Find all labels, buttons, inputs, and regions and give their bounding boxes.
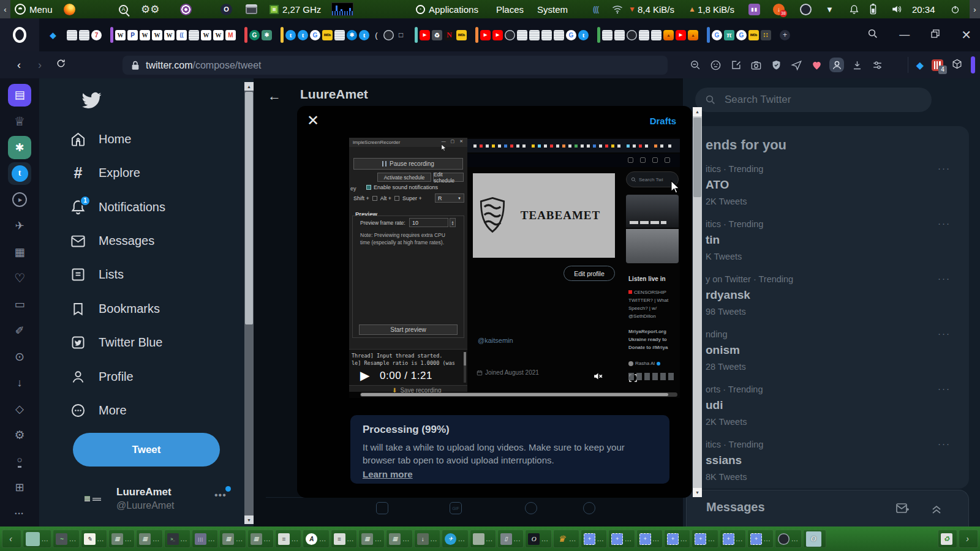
profile-icon[interactable] [829,58,844,72]
tab-favicon[interactable] [213,30,224,40]
tab-favicon[interactable] [60,30,65,40]
tab-favicon[interactable] [67,30,77,40]
tab-favicon[interactable] [627,30,637,40]
tab-favicon[interactable] [164,30,175,40]
trend-item[interactable]: orts · Trending udi 2K Tweets [686,378,969,433]
opera-sidebar-item[interactable] [8,345,31,369]
menu-places[interactable]: Places [496,0,524,18]
taskbar-window-button[interactable]: ... [720,530,746,548]
zoom-icon[interactable] [688,58,703,72]
menu-system[interactable]: System [537,0,568,18]
tab-favicon[interactable] [663,30,674,40]
trend-more-icon[interactable] [938,273,951,283]
tab-favicon[interactable] [298,30,308,40]
trend-item[interactable]: nding onism 28 Tweets [686,323,969,378]
battery-indicator[interactable] [870,0,876,18]
drafts-link[interactable]: Drafts [650,116,676,126]
reload-button[interactable] [50,58,71,72]
tab-favicon[interactable] [590,30,595,40]
new-message-icon[interactable] [895,501,910,518]
close-button[interactable]: ✕ [961,28,971,42]
firefox-launcher[interactable] [64,0,75,18]
tab-favicon[interactable] [383,30,394,40]
panel-collapse-left[interactable]: ‹ [0,0,10,18]
taskbar-window-button[interactable]: ... [108,530,135,548]
library-extension-icon[interactable]: 4 [932,59,943,71]
tab-favicon[interactable] [79,30,89,40]
poll-icon[interactable] [525,502,537,514]
tab-favicon[interactable] [322,30,333,40]
tab-favicon[interactable] [408,30,413,40]
tab-favicon[interactable] [456,30,467,40]
tab-favicon[interactable] [707,27,710,43]
taskbar-window-button[interactable] [959,530,978,548]
taskbar-window-button[interactable]: ... [81,530,107,548]
tune-icon[interactable] [870,58,884,72]
opera-sidebar-item[interactable] [8,110,31,133]
system-menu[interactable]: Menu [15,0,53,18]
settings-tool[interactable]: ⚙⚙ [141,0,159,18]
nav-messages[interactable]: Messages [70,225,154,256]
tweet-button[interactable]: Tweet [73,433,220,467]
tab-favicon[interactable] [469,30,473,40]
tab-favicon[interactable] [566,30,576,40]
trend-more-icon[interactable] [938,163,951,173]
taskbar-window-button[interactable]: ... [331,530,357,548]
trend-item[interactable]: y on Twitter · Trending rdyansk 98 Tweet… [686,268,969,323]
opera-sidebar-item[interactable] [8,188,31,211]
taskbar-window-button[interactable]: ... [247,530,274,548]
tab-favicon[interactable] [262,30,272,40]
tor-launcher[interactable] [180,0,192,18]
emoji-icon[interactable] [583,502,595,514]
scroll-down-icon[interactable]: ▼ [244,515,254,524]
restore-button[interactable] [930,29,940,41]
taskbar-window-button[interactable]: ... [192,530,218,548]
gif-icon[interactable]: GIF [450,502,462,514]
tray-app-indicator[interactable] [800,0,812,18]
tray-arrow[interactable]: ▼ [826,0,834,18]
snapshot-camera-icon[interactable] [748,58,763,72]
learn-more-link[interactable]: Learn more [363,469,413,479]
tab-favicon[interactable] [639,30,649,40]
taskbar-window-button[interactable]: ... [414,530,440,548]
tab-favicon[interactable] [396,30,406,40]
send-icon[interactable] [789,58,804,72]
tab-favicon[interactable] [712,30,722,40]
tab-favicon[interactable] [189,30,199,40]
tab-favicon[interactable] [347,30,357,40]
tab-favicon[interactable] [281,27,284,43]
account-switcher[interactable]: LuureAmet @LuureAmet ••• [78,484,238,515]
tab-favicon[interactable] [748,30,759,40]
scroll-down-icon[interactable]: ▼ [693,488,702,497]
media-icon[interactable] [376,502,388,514]
nav-profile[interactable]: Profile [70,361,134,392]
opera-sidebar-item[interactable] [8,397,31,421]
tab-favicon[interactable] [310,30,320,40]
taskbar-window-button[interactable]: ... [303,530,329,548]
tab-favicon[interactable] [529,30,540,40]
trend-more-icon[interactable] [938,328,951,339]
diamond-extension-icon[interactable]: ◆ [916,59,924,71]
opera-sidebar-item[interactable] [8,371,31,394]
mood-icon[interactable] [708,58,723,72]
taskbar-window-button[interactable]: ... [775,530,801,548]
power-button[interactable] [951,0,960,18]
opera-sidebar-item[interactable] [8,424,31,447]
tab-favicon[interactable] [432,30,442,40]
taskbar-window-button[interactable] [827,530,937,548]
opera-sidebar-item[interactable] [8,293,31,316]
tab-favicon[interactable] [602,30,612,40]
seek-bar[interactable] [360,392,677,397]
tab-favicon[interactable] [597,27,600,43]
tab-favicon[interactable] [420,30,430,40]
tab-favicon[interactable] [700,30,705,40]
opera-sidebar-item[interactable] [8,476,31,499]
nav-lists[interactable]: Lists [70,259,124,290]
nav-more[interactable]: More [70,395,127,425]
opera-tray[interactable]: O [221,0,232,18]
tab-favicon[interactable] [578,30,589,40]
modal-close-icon[interactable]: ✕ [307,112,319,129]
tab-favicon[interactable] [761,30,771,40]
opera-sidebar-item[interactable] [8,266,31,290]
taskbar-window-button[interactable]: ... [553,530,579,548]
